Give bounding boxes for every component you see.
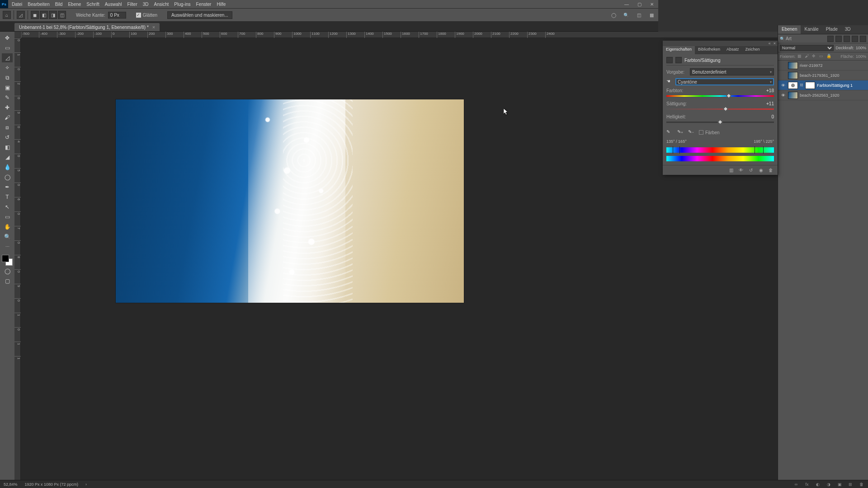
- selection-new-icon[interactable]: ◼: [31, 11, 39, 19]
- frame-tool-icon[interactable]: ▣: [2, 83, 13, 92]
- lasso-tool-icon[interactable]: ◿: [17, 11, 25, 19]
- window-minimize-icon[interactable]: —: [620, 0, 633, 8]
- search-icon[interactable]: 🔍: [622, 11, 630, 19]
- share-icon[interactable]: ▦: [647, 11, 656, 19]
- selection-subtract-icon[interactable]: ◨: [49, 11, 57, 19]
- gradient-tool-icon[interactable]: ◢: [2, 153, 13, 162]
- move-tool-icon[interactable]: ✥: [2, 33, 13, 42]
- menu-hilfe[interactable]: Hilfe: [217, 2, 226, 7]
- document-tab[interactable]: Unbenannt-1 bei 52,8% (Farbton/Sättigung…: [14, 23, 160, 31]
- pen-tool-icon[interactable]: ✒: [2, 183, 13, 192]
- canvas[interactable]: -500-400-300-200-10001002003004005006007…: [14, 32, 658, 369]
- menu-bearbeiten[interactable]: Bearbeiten: [28, 2, 49, 7]
- eraser-tool-icon[interactable]: ◧: [2, 143, 13, 152]
- shape-tool-icon[interactable]: ▭: [2, 212, 13, 221]
- window-maximize-icon[interactable]: ▢: [633, 0, 646, 8]
- crop-tool-icon[interactable]: ⧉: [2, 73, 13, 82]
- menu-fenster[interactable]: Fenster: [196, 2, 211, 7]
- selection-mode-group: ◼ ◧ ◨ ◫: [31, 11, 66, 19]
- home-icon[interactable]: ⌂: [3, 11, 11, 19]
- dodge-tool-icon[interactable]: ◯: [2, 173, 13, 182]
- select-and-mask-button[interactable]: Auswählen und maskieren...: [167, 11, 232, 19]
- ruler-horizontal[interactable]: -500-400-300-200-10001002003004005006007…: [21, 32, 658, 38]
- menu-ebene[interactable]: Ebene: [68, 2, 81, 7]
- ruler-origin[interactable]: [14, 32, 21, 38]
- type-tool-icon[interactable]: T: [2, 192, 13, 202]
- menu-datei[interactable]: Datei: [12, 2, 22, 7]
- hand-tool-icon[interactable]: ✋: [2, 222, 13, 231]
- selection-intersect-icon[interactable]: ◫: [58, 11, 66, 19]
- workspace-icon[interactable]: ◫: [635, 11, 643, 19]
- menu-schrift[interactable]: Schrift: [86, 2, 99, 7]
- menu-3d[interactable]: 3D: [143, 2, 149, 7]
- selection-add-icon[interactable]: ◧: [40, 11, 48, 19]
- tool-bar: ✥ ▭ ◿ ✧ ⧉ ▣ ✎ ✚ 🖌 ⧈ ↺ ◧ ◢ 💧 ◯ ✒ T ↖ ▭ ✋ …: [0, 32, 14, 369]
- heal-tool-icon[interactable]: ✚: [2, 103, 13, 112]
- ruler-vertical[interactable]: 01020304050607080901011: [14, 38, 21, 369]
- brush-tool-icon[interactable]: 🖌: [2, 113, 13, 122]
- menu-bar: Ps DateiBearbeitenBildEbeneSchriftAuswah…: [0, 0, 658, 8]
- stamp-tool-icon[interactable]: ⧈: [2, 123, 13, 132]
- options-bar: ⌂ ◿ ◼ ◧ ◨ ◫ Weiche Kante: 0 Px ✓ Glätten…: [0, 8, 658, 22]
- quickmask-icon[interactable]: ◯: [2, 267, 13, 276]
- feather-label: Weiche Kante:: [76, 13, 105, 18]
- blur-tool-icon[interactable]: 💧: [2, 163, 13, 172]
- menu-ansicht[interactable]: Ansicht: [154, 2, 169, 7]
- menu-auswahl[interactable]: Auswahl: [105, 2, 122, 7]
- eyedropper-tool-icon[interactable]: ✎: [2, 93, 13, 102]
- cloud-icon[interactable]: ◯: [609, 11, 618, 19]
- document-tab-bar: Unbenannt-1 bei 52,8% (Farbton/Sättigung…: [0, 22, 658, 32]
- menu-filter[interactable]: Filter: [127, 2, 137, 7]
- menu-plug-ins[interactable]: Plug-ins: [174, 2, 190, 7]
- path-tool-icon[interactable]: ↖: [2, 202, 13, 211]
- more-tools-icon[interactable]: ⋯: [2, 242, 13, 251]
- history-brush-tool-icon[interactable]: ↺: [2, 133, 13, 142]
- window-close-icon[interactable]: ✕: [646, 0, 658, 8]
- app-logo: Ps: [0, 0, 8, 8]
- lasso-tool-icon[interactable]: ◿: [2, 53, 13, 62]
- color-swatches[interactable]: [2, 255, 13, 266]
- feather-input[interactable]: 0 Px: [108, 12, 126, 19]
- zoom-tool-icon[interactable]: 🔍: [2, 232, 13, 241]
- artboard-tool-icon[interactable]: ▭: [2, 43, 13, 52]
- wand-tool-icon[interactable]: ✧: [2, 63, 13, 72]
- fg-color-swatch[interactable]: [2, 255, 9, 262]
- antialias-checkbox[interactable]: ✓ Glätten: [136, 13, 157, 18]
- close-tab-icon[interactable]: ×: [152, 24, 155, 30]
- menu-bild[interactable]: Bild: [55, 2, 63, 7]
- document-image: [116, 99, 464, 303]
- screenmode-icon[interactable]: ▢: [2, 277, 13, 286]
